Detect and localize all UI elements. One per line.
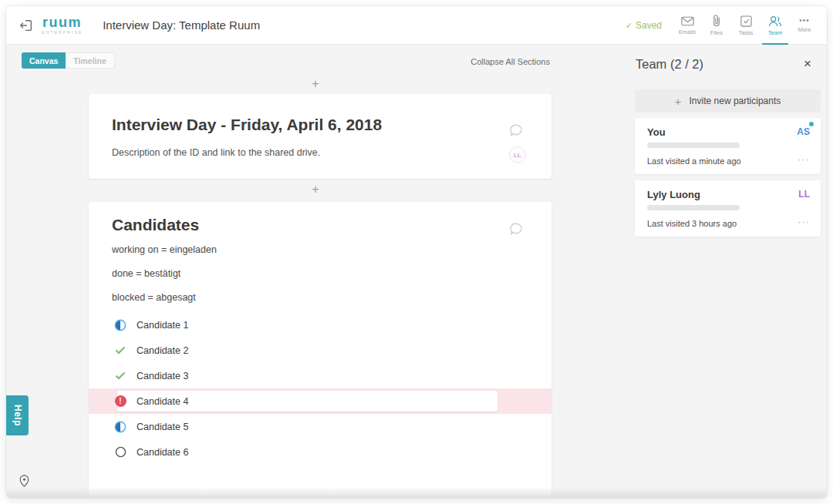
online-indicator-dot <box>808 121 814 127</box>
candidate-row[interactable]: ! Candidate 6 <box>89 439 551 465</box>
comment-bubble-icon[interactable] <box>509 222 524 240</box>
section-card-interview-day[interactable]: Interview Day - Friday, April 6, 2018 De… <box>89 94 551 179</box>
document-title[interactable]: Interview Day: Template Ruum <box>103 18 260 32</box>
nav-files[interactable]: Files <box>702 6 731 45</box>
candidate-label: Candidate 5 <box>137 422 188 432</box>
status-done-icon[interactable] <box>114 370 126 382</box>
checkbox-icon <box>740 15 752 27</box>
nav-team-label: Team <box>768 29 782 36</box>
section-description[interactable]: Description of the ID and link to the sh… <box>112 147 320 158</box>
view-toggle: Canvas Timeline <box>22 52 115 69</box>
nav-more-label: More <box>798 26 811 33</box>
invite-participants-button[interactable]: + Invite new participants <box>635 89 821 113</box>
team-member-card[interactable]: Lyly Luong LL Last visited 3 hours ago ·… <box>635 180 821 237</box>
add-section-button[interactable]: + <box>309 79 322 91</box>
section-title[interactable]: Interview Day - Friday, April 6, 2018 <box>112 116 382 134</box>
collapse-all-sections-link[interactable]: Collapse All Sections <box>470 57 550 66</box>
team-panel-title: Team (2 / 2) <box>636 57 703 72</box>
status-working-icon[interactable] <box>114 319 126 331</box>
ruum-logo[interactable]: ruum enterprise <box>42 15 83 35</box>
candidate-label: Candidate 2 <box>137 345 188 356</box>
saved-label: Saved <box>636 20 662 31</box>
timeline-tab[interactable]: Timeline <box>66 52 114 69</box>
nav-team[interactable]: Team <box>760 6 790 45</box>
location-pin-icon[interactable] <box>19 475 29 490</box>
exit-ruum-icon[interactable] <box>19 18 34 33</box>
nav-more[interactable]: ••• More <box>790 6 819 45</box>
topbar-actions: ✓ Saved Emails Files Tasks <box>626 6 819 45</box>
paperclip-icon <box>713 15 720 27</box>
saved-check-icon: ✓ <box>626 21 632 31</box>
candidate-list: ! Candidate 1 ! <box>89 312 551 465</box>
candidate-row[interactable]: ! Candidate 4 <box>89 388 551 414</box>
member-name: You <box>647 126 666 138</box>
candidate-row[interactable]: ! Candidate 5 <box>89 414 551 439</box>
nav-files-label: Files <box>710 29 723 36</box>
section-notes: working on = eingeladen done = bestätigt… <box>112 244 217 316</box>
candidate-row[interactable]: ! Candidate 3 <box>89 363 551 388</box>
envelope-icon <box>681 16 694 26</box>
invite-participants-label: Invite new participants <box>690 96 781 106</box>
candidate-row[interactable]: ! Candidate 1 <box>89 312 551 338</box>
status-open-icon[interactable] <box>114 446 126 459</box>
candidate-label: Candidate 4 <box>137 396 188 407</box>
saved-status: ✓ Saved <box>626 20 662 31</box>
member-cards: You AS Last visited a minute ago ··· Lyl… <box>635 118 821 243</box>
candidate-label: Candidate 3 <box>137 371 188 381</box>
status-working-icon[interactable] <box>114 421 126 433</box>
status-blocked-icon[interactable]: ! <box>114 395 126 408</box>
member-progress-bar <box>647 205 740 210</box>
app-window: ruum enterprise Interview Day: Template … <box>6 6 827 498</box>
nav-tasks-label: Tasks <box>738 29 753 36</box>
candidate-label: Candidate 6 <box>137 447 188 458</box>
candidate-label: Candidate 1 <box>137 320 188 331</box>
comment-bubble-icon[interactable] <box>509 123 524 141</box>
team-panel: Team (2 / 2) × + Invite new participants… <box>625 45 827 498</box>
status-done-icon[interactable] <box>114 344 126 357</box>
note-line[interactable]: blocked = abgesagt <box>112 292 217 303</box>
top-bar: ruum enterprise Interview Day: Template … <box>6 6 827 45</box>
member-last-visited: Last visited a minute ago <box>647 156 741 166</box>
member-more-icon[interactable]: ··· <box>798 153 810 165</box>
ruum-logo-subtext: enterprise <box>42 31 83 35</box>
nav-tasks[interactable]: Tasks <box>731 6 760 45</box>
member-name: Lyly Luong <box>647 189 700 200</box>
section-title[interactable]: Candidates <box>112 216 199 234</box>
people-icon <box>768 15 782 27</box>
ruum-logo-text: ruum <box>42 15 82 29</box>
add-section-button[interactable]: + <box>309 184 322 197</box>
canvas-tab[interactable]: Canvas <box>22 52 66 69</box>
note-line[interactable]: working on = eingeladen <box>112 244 217 255</box>
ellipsis-icon: ••• <box>799 18 810 24</box>
member-progress-bar <box>647 143 740 148</box>
member-initials-avatar[interactable]: AS <box>797 126 810 137</box>
nav-emails[interactable]: Emails <box>673 6 702 45</box>
section-card-candidates[interactable]: Candidates working on = eingeladen done … <box>89 202 551 498</box>
team-member-card[interactable]: You AS Last visited a minute ago ··· <box>635 118 821 174</box>
plus-icon: + <box>675 95 682 108</box>
member-more-icon[interactable]: ··· <box>798 216 810 227</box>
close-icon[interactable]: × <box>804 59 811 69</box>
nav-emails-label: Emails <box>679 29 696 35</box>
help-tab[interactable]: Help <box>6 395 29 435</box>
member-last-visited: Last visited 3 hours ago <box>647 219 737 228</box>
candidate-row[interactable]: ! Candidate 2 <box>89 338 551 363</box>
member-initials-avatar[interactable]: LL <box>798 189 810 200</box>
note-line[interactable]: done = bestätigt <box>112 268 217 279</box>
presence-avatar[interactable]: LL <box>509 146 526 163</box>
